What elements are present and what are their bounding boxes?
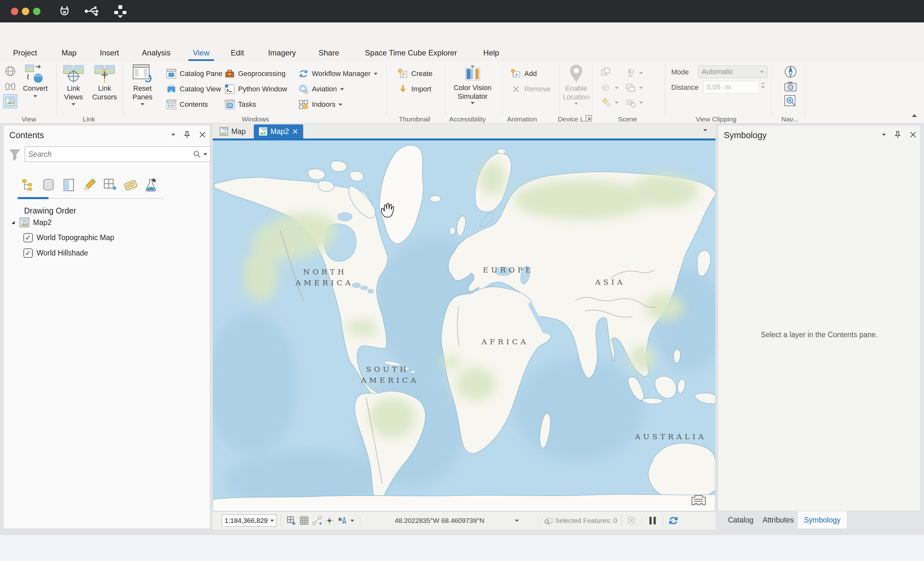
network-target-icon[interactable]: [113, 4, 128, 19]
remove-animation-button[interactable]: Remove: [511, 83, 550, 96]
globe-view-icon[interactable]: [4, 66, 16, 77]
close-tab-icon[interactable]: [292, 129, 298, 134]
list-by-charts-tab[interactable]: [143, 177, 159, 193]
add-animation-button[interactable]: Add: [511, 67, 537, 80]
tree-item-map2[interactable]: Map2: [10, 218, 52, 227]
device-dialog-launcher-icon[interactable]: [585, 115, 592, 122]
label-asia: ASIA: [595, 278, 625, 286]
map-tab[interactable]: Map: [214, 124, 251, 139]
pin-icon[interactable]: [894, 130, 901, 139]
north-arrow-chevron-icon[interactable]: [350, 520, 354, 522]
distance-input[interactable]: 0.05 m: [703, 81, 760, 94]
traffic-light-zoom[interactable]: [33, 8, 40, 15]
tab-strip-chevron-icon[interactable]: [703, 129, 707, 132]
workflow-manager-button[interactable]: Workflow Manager: [298, 67, 378, 80]
traffic-light-close[interactable]: [11, 8, 18, 15]
tab-insert[interactable]: Insert: [100, 48, 119, 57]
tab-analysis[interactable]: Analysis: [142, 48, 170, 57]
list-by-editing-tab[interactable]: [81, 177, 98, 193]
tab-imagery[interactable]: Imagery: [268, 48, 296, 57]
coordinates-chevron-icon[interactable]: [515, 520, 519, 522]
layer-checkbox-checked[interactable]: ✓: [23, 248, 33, 258]
tasks-icon: [225, 99, 235, 110]
tab-space-time-cube-explorer[interactable]: Space Time Cube Explorer: [365, 48, 457, 57]
aviation-button[interactable]: Aviation: [298, 83, 344, 96]
reset-panes-button[interactable]: Reset Panes: [126, 64, 159, 105]
pane-tab-catalog[interactable]: Catalog: [722, 511, 760, 529]
clear-selection-icon[interactable]: [626, 515, 637, 526]
list-by-labeling-tab[interactable]: [122, 177, 139, 193]
contents-search-input[interactable]: [28, 150, 190, 159]
list-by-data-source-tab[interactable]: [40, 177, 57, 193]
create-thumbnail-button[interactable]: Create: [398, 67, 432, 80]
binoculars-icon[interactable]: [4, 80, 16, 92]
enable-location-button[interactable]: Enable Location: [561, 64, 592, 105]
layer-row-world-hillshade[interactable]: ✓ World Hillshade: [23, 248, 88, 258]
tab-edit[interactable]: Edit: [231, 48, 244, 57]
scene-tool-1-icon[interactable]: [601, 67, 612, 78]
nav-zoom-box-icon[interactable]: [784, 95, 797, 108]
traffic-light-minimize[interactable]: [22, 8, 29, 15]
contents-button[interactable]: Contents: [166, 98, 208, 111]
list-by-drawing-order-tab[interactable]: [20, 177, 36, 193]
contents-pane-menu-chevron-icon[interactable]: [171, 134, 175, 136]
layer-checkbox-checked[interactable]: ✓: [23, 233, 33, 242]
tab-view[interactable]: View: [193, 48, 210, 57]
catalog-pane-button[interactable]: Catalog Pane: [166, 67, 222, 80]
import-thumbnail-button[interactable]: Import: [398, 83, 431, 96]
close-icon[interactable]: [199, 131, 206, 138]
list-by-selection-tab[interactable]: [61, 177, 77, 193]
pane-tab-symbology[interactable]: Symbology: [797, 511, 848, 529]
close-icon[interactable]: [910, 131, 916, 138]
tree-expand-icon[interactable]: [10, 220, 16, 225]
add-graticule-icon[interactable]: [286, 515, 297, 526]
convert-icon: [25, 64, 46, 84]
usb-icon[interactable]: [84, 4, 100, 18]
tab-map[interactable]: Map: [62, 48, 76, 57]
collapse-ribbon-chevron-icon[interactable]: [912, 114, 917, 117]
distance-spinner[interactable]: [761, 82, 765, 88]
geoprocessing-button[interactable]: Geoprocessing: [225, 67, 285, 80]
link-cursors-button[interactable]: Link Cursors: [88, 64, 121, 101]
link-views-button[interactable]: Link Views: [58, 64, 88, 105]
snap-slider-icon[interactable]: [324, 515, 335, 526]
filter-funnel-icon[interactable]: [9, 148, 20, 161]
scene-tool-3-icon[interactable]: [601, 81, 619, 94]
nav-compass-icon[interactable]: [783, 65, 798, 79]
scene-tool-4-icon[interactable]: [625, 81, 643, 94]
color-vision-simulator-button[interactable]: Color Vision Simulator: [448, 64, 496, 104]
list-by-snapping-tab[interactable]: [102, 177, 118, 193]
contents-search[interactable]: [25, 147, 211, 162]
indoors-button[interactable]: Indoors: [298, 98, 342, 111]
map-canvas[interactable]: NORTH AMERICA SOUTH AMERICA EUROPE ASIA …: [213, 141, 716, 511]
tab-help[interactable]: Help: [483, 48, 499, 57]
pause-drawing-icon[interactable]: [647, 515, 658, 526]
grid-icon[interactable]: [299, 515, 310, 526]
north-arrow-icon[interactable]: N: [337, 515, 348, 526]
convert-button[interactable]: Convert: [20, 64, 51, 97]
tab-project[interactable]: Project: [13, 48, 37, 57]
map2-tab-icon: [259, 127, 267, 136]
python-window-button[interactable]: Python Window: [225, 83, 287, 96]
scene-tool-6-icon[interactable]: [625, 96, 643, 109]
tasks-button[interactable]: Tasks: [225, 98, 256, 111]
map-view-icon-selected[interactable]: [3, 94, 17, 108]
pointer-coordinates[interactable]: 48.2022835°W 68.4609739°N: [364, 517, 515, 524]
tab-share[interactable]: Share: [319, 48, 339, 57]
pin-icon[interactable]: [183, 130, 190, 139]
scene-tool-5-icon[interactable]: [601, 96, 619, 109]
ribbon-tab-strip: Project Map Insert Analysis View Edit Im…: [0, 46, 924, 61]
sketch-constraints-icon[interactable]: [312, 515, 322, 526]
power-plug-icon[interactable]: [58, 4, 71, 18]
catalog-view-button[interactable]: Catalog View: [166, 83, 221, 96]
scale-combobox[interactable]: 1:184,366,829: [222, 515, 277, 527]
scene-tool-2-icon[interactable]: [625, 67, 643, 79]
map2-tab-active[interactable]: Map2: [254, 124, 303, 139]
nav-camera-icon[interactable]: [784, 81, 797, 92]
contents-search-chevron-icon[interactable]: [203, 153, 207, 156]
refresh-icon[interactable]: [668, 515, 679, 526]
mode-select[interactable]: Automatic: [698, 66, 767, 78]
pane-tab-attributes[interactable]: Attributes: [756, 511, 800, 529]
symbology-pane-menu-chevron-icon[interactable]: [882, 134, 886, 136]
layer-row-world-topographic-map[interactable]: ✓ World Topographic Map: [23, 233, 114, 242]
